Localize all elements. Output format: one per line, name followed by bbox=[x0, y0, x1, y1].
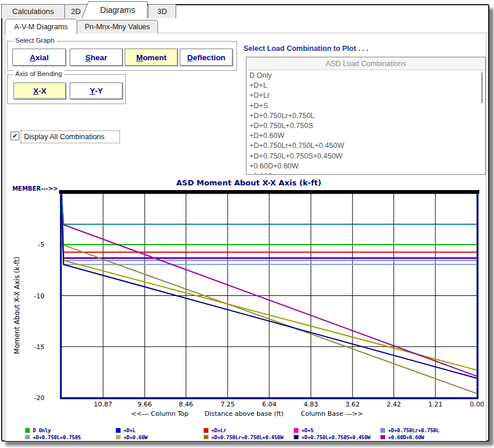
display-all-focus-rect[interactable]: Display All Combinations bbox=[20, 130, 120, 143]
shear-button[interactable]: Shear bbox=[70, 49, 123, 66]
load-combination-prompt: Select Load Combination to Plot . . . bbox=[243, 44, 368, 53]
subtab-label: Pn-Mnx-Mny Values bbox=[85, 23, 150, 31]
tab-label: Calculations bbox=[12, 7, 54, 16]
tab-label: 3D bbox=[157, 7, 167, 16]
listbox-header: ASD Load Combinations bbox=[246, 57, 485, 70]
legend-item: +D+0.750L+0.750S+0.450W bbox=[294, 431, 370, 439]
tab-diagrams[interactable]: Diagrams bbox=[88, 1, 147, 18]
list-item[interactable]: +D+0.750Lr+0.750L bbox=[249, 111, 475, 121]
legend-swatch bbox=[294, 435, 299, 439]
list-item[interactable]: +D+0.750L+0.750S bbox=[249, 121, 475, 131]
xx-axis-button[interactable]: X-X bbox=[13, 82, 66, 99]
legend-swatch bbox=[380, 435, 385, 439]
legend-swatch bbox=[116, 435, 121, 439]
checkbox-label: Display All Combinations bbox=[21, 133, 105, 141]
app-window: Calculations 2D Diagrams 3D A-V-M Diagra… bbox=[0, 0, 494, 448]
legend-label: +D+0.60W bbox=[124, 435, 147, 439]
axis-of-bending-groupbox: Axis of Bending X-X Y-Y bbox=[7, 74, 126, 104]
select-graph-groupbox: Select Graph Axial Shear Moment Deflecti… bbox=[7, 41, 237, 71]
list-item[interactable]: +D+0.750Lr+0.750L+0.450W bbox=[249, 141, 475, 151]
legend-label: +0.60D+0.60W bbox=[388, 435, 424, 439]
listbox-scrollbar-thumb[interactable] bbox=[481, 73, 483, 103]
groupbox-title: Axis of Bending bbox=[13, 70, 64, 77]
groupbox-title: Select Graph bbox=[13, 37, 57, 44]
list-item[interactable]: +0.60D bbox=[249, 171, 475, 174]
axial-button[interactable]: Axial bbox=[12, 49, 66, 66]
display-all-checkbox[interactable]: ✔ bbox=[11, 132, 19, 140]
yy-axis-button[interactable]: Y-Y bbox=[70, 82, 123, 99]
subtab-avm-diagrams[interactable]: A-V-M Diagrams bbox=[5, 19, 77, 34]
list-item[interactable]: +D+0.750L+0.750S+0.450W bbox=[249, 151, 475, 161]
tab-calculations[interactable]: Calculations bbox=[1, 4, 65, 18]
legend-item: +0.60D bbox=[25, 437, 51, 439]
tab-label: Diagrams bbox=[100, 5, 135, 15]
legend-item: +0.60D+0.60W bbox=[380, 431, 424, 439]
chart-legend: D Only+D+L+D+Lr+D+S+D+0.750Lr+0.750L+D+0… bbox=[0, 422, 494, 439]
moment-button[interactable]: Moment bbox=[125, 49, 178, 66]
deflection-button[interactable]: Deflection bbox=[180, 49, 233, 66]
legend-label: +D+0.750L+0.750S+0.450W bbox=[301, 435, 370, 439]
tab-3d[interactable]: 3D bbox=[148, 4, 176, 18]
subtab-pn-mnx-mny[interactable]: Pn-Mnx-Mny Values bbox=[77, 20, 158, 33]
list-item[interactable]: +D+0.60W bbox=[249, 131, 475, 141]
legend-item: +D+0.60W bbox=[116, 431, 147, 439]
legend-swatch bbox=[204, 435, 208, 439]
legend-item: +D+0.750Lr+0.750L+0.450W bbox=[204, 431, 283, 439]
list-item[interactable]: +0.60D+0.60W bbox=[249, 161, 475, 171]
listbox-items: D Only+D+L+D+Lr+D+S+D+0.750Lr+0.750L+D+0… bbox=[249, 71, 475, 174]
list-item[interactable]: D Only bbox=[249, 71, 475, 81]
list-item[interactable]: +D+L bbox=[249, 81, 475, 91]
list-item[interactable]: +D+S bbox=[249, 101, 475, 111]
tab-label: 2D bbox=[71, 7, 81, 16]
subtab-label: A-V-M Diagrams bbox=[14, 23, 68, 31]
list-item[interactable]: +D+Lr bbox=[249, 91, 475, 101]
legend-label: +D+0.750Lr+0.750L+0.450W bbox=[211, 435, 283, 439]
load-combination-listbox[interactable]: ASD Load Combinations D Only+D+L+D+Lr+D+… bbox=[246, 57, 486, 175]
